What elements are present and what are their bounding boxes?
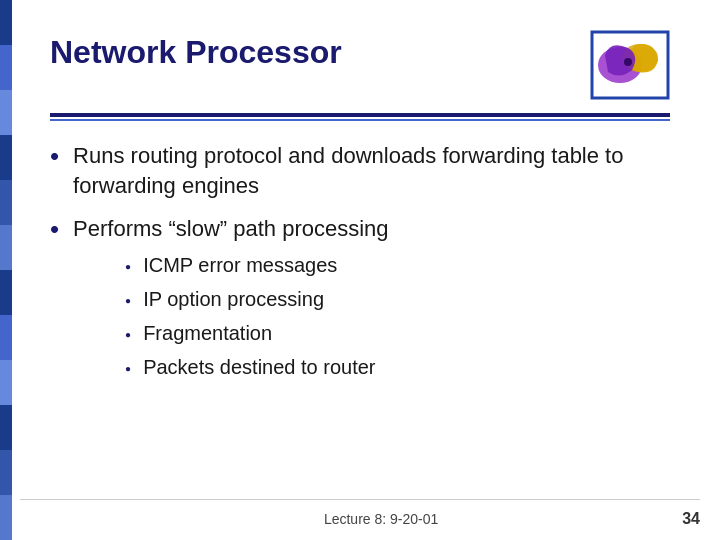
svg-rect-2 xyxy=(0,90,12,135)
svg-rect-1 xyxy=(0,45,12,90)
divider-bottom xyxy=(50,119,670,121)
slide: Network Processor xyxy=(0,0,720,540)
bullet-dot-1: • xyxy=(50,139,59,174)
sub-bullet-1: ● ICMP error messages xyxy=(125,252,680,278)
divider-top xyxy=(50,113,670,117)
svg-rect-6 xyxy=(0,270,12,315)
svg-rect-9 xyxy=(0,405,12,450)
svg-rect-7 xyxy=(0,315,12,360)
sub-bullet-2: ● IP option processing xyxy=(125,286,680,312)
header: Network Processor xyxy=(40,30,680,105)
svg-rect-10 xyxy=(0,450,12,495)
sub-dot-2: ● xyxy=(125,294,131,307)
svg-rect-5 xyxy=(0,225,12,270)
sub-bullet-4: ● Packets destined to router xyxy=(125,354,680,380)
sub-bullets-container: ● ICMP error messages ● IP option proces… xyxy=(125,252,680,380)
sub-dot-3: ● xyxy=(125,328,131,341)
bullet-text-1: Runs routing protocol and downloads forw… xyxy=(73,141,680,200)
sub-text-4: Packets destined to router xyxy=(143,354,375,380)
sub-text-3: Fragmentation xyxy=(143,320,272,346)
side-decoration xyxy=(0,0,12,540)
sub-bullet-3: ● Fragmentation xyxy=(125,320,680,346)
sub-text-1: ICMP error messages xyxy=(143,252,337,278)
title-divider xyxy=(50,113,670,121)
svg-rect-8 xyxy=(0,360,12,405)
bullet-item-1: • Runs routing protocol and downloads fo… xyxy=(50,141,680,200)
content-area: • Runs routing protocol and downloads fo… xyxy=(40,141,680,388)
logo-icon xyxy=(590,30,670,100)
sub-text-2: IP option processing xyxy=(143,286,324,312)
footer-divider xyxy=(20,499,700,500)
sub-dot-4: ● xyxy=(125,362,131,375)
svg-rect-3 xyxy=(0,135,12,180)
svg-point-16 xyxy=(624,58,632,66)
slide-title: Network Processor xyxy=(50,34,342,71)
footer: Lecture 8: 9-20-01 34 xyxy=(0,510,720,528)
footer-page-number: 34 xyxy=(682,510,700,528)
svg-rect-0 xyxy=(0,0,12,45)
svg-rect-4 xyxy=(0,180,12,225)
bullet-dot-2: • xyxy=(50,212,59,247)
sub-dot-1: ● xyxy=(125,260,131,273)
bullet-item-2: • Performs “slow” path processing ● ICMP… xyxy=(50,214,680,388)
logo-area xyxy=(590,30,680,105)
bullet-text-2: Performs “slow” path processing ● ICMP e… xyxy=(73,214,680,388)
footer-lecture: Lecture 8: 9-20-01 xyxy=(324,511,438,527)
